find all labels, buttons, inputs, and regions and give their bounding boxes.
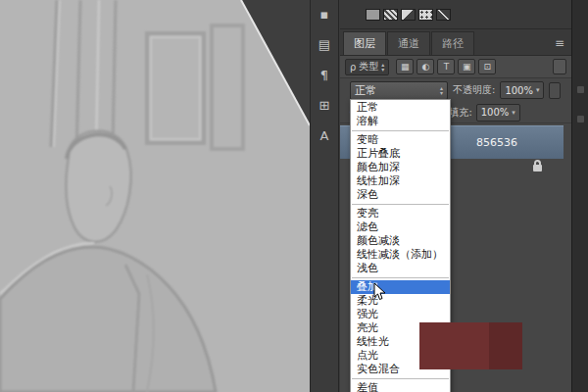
blend-option-柔光[interactable]: 柔光 <box>351 294 450 308</box>
fill-label: 填充: <box>449 106 471 120</box>
blend-mode-value: 正常 <box>355 83 376 98</box>
blend-option-正常[interactable]: 正常 <box>351 101 450 115</box>
search-icon: ρ <box>350 62 356 73</box>
chevron-down-icon: ▾ <box>536 86 540 94</box>
blend-option-浅色[interactable]: 浅色 <box>351 262 450 275</box>
panel-icon-strip: ▪▤¶⊞A <box>310 0 339 392</box>
fill-field[interactable]: 100% ▾ <box>476 104 520 122</box>
blend-option-深色[interactable]: 深色 <box>351 188 450 202</box>
blend-option-颜色加深[interactable]: 颜色加深 <box>351 161 450 174</box>
spinner-icon: ▴▾ <box>381 62 384 72</box>
opacity-field[interactable]: 100% ▾ <box>500 81 544 99</box>
filter-type-select[interactable]: ρ 类型 ▴▾ <box>345 59 389 75</box>
tab-图层[interactable]: 图层 <box>343 31 386 55</box>
character-icon[interactable]: A <box>315 127 334 145</box>
opacity-label: 不透明度: <box>453 83 495 97</box>
styles-icon[interactable]: ▤ <box>315 36 334 54</box>
window-edge-strip <box>571 0 588 392</box>
blend-option-叠加[interactable]: 叠加 <box>351 280 450 294</box>
filtering-toggle-button[interactable] <box>553 59 566 74</box>
photoshop-window: ▪▤¶⊞A 图层通道路径≡ ρ 类型 ▴▾ ▦◐T▣⊡ 正常 ▴▾ <box>0 0 588 392</box>
cross-swatch[interactable] <box>436 9 451 21</box>
swatches-icon[interactable]: ▪ <box>315 6 334 24</box>
tab-路径[interactable]: 路径 <box>431 31 474 55</box>
smart-object-filter-icon[interactable]: ⊡ <box>478 59 496 74</box>
type-filter-icon[interactable]: T <box>437 59 455 74</box>
tab-通道[interactable]: 通道 <box>387 31 430 55</box>
blend-option-正片叠底[interactable]: 正片叠底 <box>351 147 450 161</box>
stripe-swatch[interactable] <box>383 9 398 21</box>
panel-menu-icon[interactable]: ≡ <box>555 37 564 49</box>
mouse-cursor-icon <box>373 282 386 305</box>
blend-option-滤色[interactable]: 滤色 <box>351 220 450 234</box>
dropdown-separator <box>352 204 449 205</box>
blend-option-颜色减淡[interactable]: 颜色减淡 <box>351 234 450 248</box>
filter-icons: ▦◐T▣⊡ <box>396 59 496 74</box>
blend-option-线性减淡（添加）[interactable]: 线性减淡（添加） <box>351 248 450 262</box>
document-canvas[interactable] <box>0 0 310 392</box>
blend-option-线性加深[interactable]: 线性加深 <box>351 174 450 188</box>
chevron-down-icon: ▾ <box>512 109 515 117</box>
solid-swatch[interactable] <box>366 9 380 21</box>
paragraph-icon[interactable]: ¶ <box>315 67 334 84</box>
blend-option-强光[interactable]: 强光 <box>351 308 450 321</box>
split-swatch[interactable] <box>401 9 416 21</box>
embossed-image <box>0 0 310 392</box>
dropdown-separator <box>352 130 449 131</box>
dropdown-separator <box>352 378 449 379</box>
blend-mode-select[interactable]: 正常 ▴▾ <box>350 81 448 100</box>
edge-grip-icon <box>577 86 584 93</box>
blend-option-变暗[interactable]: 变暗 <box>351 133 450 147</box>
layer-name: 856536 <box>476 136 517 149</box>
edge-grip-icon <box>577 116 584 122</box>
opacity-mini-button[interactable] <box>549 82 561 99</box>
watermark-block <box>419 322 522 369</box>
layer-filter-row: ρ 类型 ▴▾ ▦◐T▣⊡ <box>340 56 571 78</box>
pixel-filter-icon[interactable]: ▦ <box>396 59 414 74</box>
blend-option-差值[interactable]: 差值 <box>351 381 450 392</box>
dropdown-separator <box>352 277 449 278</box>
blend-option-溶解[interactable]: 溶解 <box>351 115 450 128</box>
adjustment-filter-icon[interactable]: ◐ <box>416 59 434 74</box>
swatch-bar <box>340 0 571 29</box>
shape-filter-icon[interactable]: ▣ <box>458 59 475 74</box>
filter-type-label: 类型 <box>359 60 378 74</box>
spinner-icon: ▴▾ <box>440 85 443 95</box>
blend-option-变亮[interactable]: 变亮 <box>351 207 450 220</box>
lock-icon <box>533 165 542 172</box>
checker-swatch[interactable] <box>418 9 433 21</box>
glyphs-panel-icon[interactable]: ⊞ <box>315 97 334 115</box>
panel-tabs: 图层通道路径≡ <box>340 29 571 56</box>
